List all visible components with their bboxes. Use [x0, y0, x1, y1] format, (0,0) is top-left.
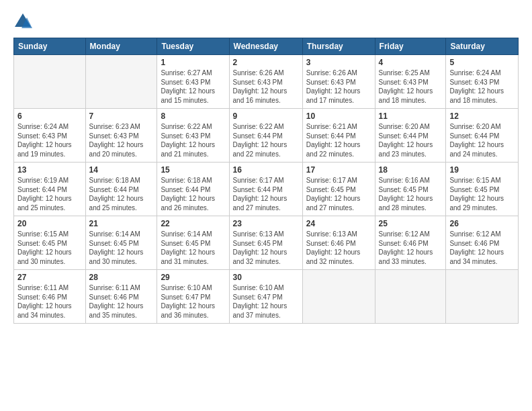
- day-number: 25: [379, 219, 443, 228]
- calendar-header-row: SundayMondayTuesdayWednesdayThursdayFrid…: [14, 38, 519, 55]
- day-number: 30: [233, 273, 299, 282]
- day-number: 13: [17, 165, 82, 175]
- calendar-cell: 20Sunrise: 6:15 AM Sunset: 6:45 PM Dayli…: [14, 216, 86, 270]
- calendar-header-cell: Thursday: [302, 38, 375, 55]
- day-number: 10: [306, 111, 371, 121]
- day-info: Sunrise: 6:15 AM Sunset: 6:45 PM Dayligh…: [17, 230, 82, 266]
- day-info: Sunrise: 6:10 AM Sunset: 6:47 PM Dayligh…: [161, 283, 225, 320]
- day-info: Sunrise: 6:14 AM Sunset: 6:45 PM Dayligh…: [89, 230, 154, 266]
- day-info: Sunrise: 6:11 AM Sunset: 6:46 PM Dayligh…: [17, 283, 82, 320]
- day-info: Sunrise: 6:21 AM Sunset: 6:44 PM Dayligh…: [306, 122, 371, 158]
- calendar-cell: 3Sunrise: 6:26 AM Sunset: 6:43 PM Daylig…: [302, 55, 375, 109]
- calendar-cell: 14Sunrise: 6:18 AM Sunset: 6:44 PM Dayli…: [85, 163, 157, 216]
- day-info: Sunrise: 6:27 AM Sunset: 6:43 PM Dayligh…: [161, 68, 225, 105]
- day-number: 16: [233, 165, 299, 175]
- day-number: 27: [17, 273, 82, 282]
- header: [13, 12, 519, 31]
- day-info: Sunrise: 6:26 AM Sunset: 6:43 PM Dayligh…: [306, 68, 371, 105]
- calendar-week-row: 27Sunrise: 6:11 AM Sunset: 6:46 PM Dayli…: [14, 270, 519, 324]
- calendar-cell: 30Sunrise: 6:10 AM Sunset: 6:47 PM Dayli…: [229, 270, 302, 324]
- calendar-cell: 21Sunrise: 6:14 AM Sunset: 6:45 PM Dayli…: [85, 216, 157, 270]
- day-number: 24: [306, 219, 371, 228]
- calendar-cell: 6Sunrise: 6:24 AM Sunset: 6:43 PM Daylig…: [14, 109, 86, 163]
- calendar-cell: 29Sunrise: 6:10 AM Sunset: 6:47 PM Dayli…: [157, 270, 229, 324]
- day-number: 20: [17, 219, 82, 228]
- day-info: Sunrise: 6:24 AM Sunset: 6:43 PM Dayligh…: [449, 68, 515, 105]
- calendar-header-cell: Wednesday: [229, 38, 302, 55]
- day-number: 17: [306, 165, 371, 175]
- day-info: Sunrise: 6:20 AM Sunset: 6:44 PM Dayligh…: [449, 122, 515, 158]
- calendar-cell: [302, 270, 375, 324]
- day-info: Sunrise: 6:25 AM Sunset: 6:43 PM Dayligh…: [379, 68, 443, 105]
- calendar-cell: 15Sunrise: 6:18 AM Sunset: 6:44 PM Dayli…: [157, 163, 229, 216]
- day-info: Sunrise: 6:26 AM Sunset: 6:43 PM Dayligh…: [233, 68, 299, 105]
- calendar-cell: 19Sunrise: 6:15 AM Sunset: 6:45 PM Dayli…: [446, 163, 519, 216]
- day-info: Sunrise: 6:10 AM Sunset: 6:47 PM Dayligh…: [233, 283, 299, 320]
- calendar-cell: 27Sunrise: 6:11 AM Sunset: 6:46 PM Dayli…: [14, 270, 86, 324]
- calendar-cell: 1Sunrise: 6:27 AM Sunset: 6:43 PM Daylig…: [157, 55, 229, 109]
- calendar-cell: 18Sunrise: 6:16 AM Sunset: 6:45 PM Dayli…: [375, 163, 446, 216]
- day-info: Sunrise: 6:20 AM Sunset: 6:44 PM Dayligh…: [379, 122, 443, 158]
- day-info: Sunrise: 6:11 AM Sunset: 6:46 PM Dayligh…: [89, 283, 154, 320]
- calendar-cell: 10Sunrise: 6:21 AM Sunset: 6:44 PM Dayli…: [302, 109, 375, 163]
- calendar-cell: 13Sunrise: 6:19 AM Sunset: 6:44 PM Dayli…: [14, 163, 86, 216]
- calendar-cell: [85, 55, 157, 109]
- day-info: Sunrise: 6:22 AM Sunset: 6:43 PM Dayligh…: [161, 122, 225, 158]
- day-number: 21: [89, 219, 154, 228]
- day-info: Sunrise: 6:16 AM Sunset: 6:45 PM Dayligh…: [379, 176, 443, 212]
- calendar-cell: [375, 270, 446, 324]
- calendar-header-cell: Monday: [85, 38, 157, 55]
- day-info: Sunrise: 6:12 AM Sunset: 6:46 PM Dayligh…: [379, 230, 443, 266]
- calendar-week-row: 6Sunrise: 6:24 AM Sunset: 6:43 PM Daylig…: [14, 109, 519, 163]
- day-info: Sunrise: 6:13 AM Sunset: 6:45 PM Dayligh…: [233, 230, 299, 266]
- day-info: Sunrise: 6:23 AM Sunset: 6:43 PM Dayligh…: [89, 122, 154, 158]
- calendar-week-row: 20Sunrise: 6:15 AM Sunset: 6:45 PM Dayli…: [14, 216, 519, 270]
- day-info: Sunrise: 6:22 AM Sunset: 6:44 PM Dayligh…: [233, 122, 299, 158]
- day-info: Sunrise: 6:24 AM Sunset: 6:43 PM Dayligh…: [17, 122, 82, 158]
- day-number: 4: [379, 58, 443, 67]
- day-number: 2: [233, 58, 299, 67]
- calendar-header-cell: Sunday: [14, 38, 86, 55]
- calendar-header-cell: Friday: [375, 38, 446, 55]
- logo: [13, 12, 35, 31]
- calendar-cell: 4Sunrise: 6:25 AM Sunset: 6:43 PM Daylig…: [375, 55, 446, 109]
- calendar-cell: 11Sunrise: 6:20 AM Sunset: 6:44 PM Dayli…: [375, 109, 446, 163]
- day-number: 19: [449, 165, 515, 175]
- calendar-cell: 8Sunrise: 6:22 AM Sunset: 6:43 PM Daylig…: [157, 109, 229, 163]
- day-info: Sunrise: 6:19 AM Sunset: 6:44 PM Dayligh…: [17, 176, 82, 212]
- day-info: Sunrise: 6:18 AM Sunset: 6:44 PM Dayligh…: [89, 176, 154, 212]
- calendar-cell: 16Sunrise: 6:17 AM Sunset: 6:44 PM Dayli…: [229, 163, 302, 216]
- day-number: 29: [161, 273, 225, 282]
- calendar-cell: 22Sunrise: 6:14 AM Sunset: 6:45 PM Dayli…: [157, 216, 229, 270]
- calendar-cell: 17Sunrise: 6:17 AM Sunset: 6:45 PM Dayli…: [302, 163, 375, 216]
- calendar-cell: 24Sunrise: 6:13 AM Sunset: 6:46 PM Dayli…: [302, 216, 375, 270]
- day-number: 26: [449, 219, 515, 228]
- logo-icon: [13, 12, 32, 31]
- day-info: Sunrise: 6:14 AM Sunset: 6:45 PM Dayligh…: [161, 230, 225, 266]
- calendar-table: SundayMondayTuesdayWednesdayThursdayFrid…: [13, 38, 519, 324]
- page: SundayMondayTuesdayWednesdayThursdayFrid…: [0, 0, 532, 411]
- day-number: 7: [89, 111, 154, 121]
- day-number: 22: [161, 219, 225, 228]
- day-number: 11: [379, 111, 443, 121]
- day-number: 6: [17, 111, 82, 121]
- day-number: 3: [306, 58, 371, 67]
- day-number: 5: [449, 58, 515, 67]
- calendar-week-row: 1Sunrise: 6:27 AM Sunset: 6:43 PM Daylig…: [14, 55, 519, 109]
- day-info: Sunrise: 6:17 AM Sunset: 6:44 PM Dayligh…: [233, 176, 299, 212]
- calendar-cell: 28Sunrise: 6:11 AM Sunset: 6:46 PM Dayli…: [85, 270, 157, 324]
- day-info: Sunrise: 6:12 AM Sunset: 6:46 PM Dayligh…: [449, 230, 515, 266]
- calendar-header-cell: Saturday: [446, 38, 519, 55]
- day-number: 18: [379, 165, 443, 175]
- calendar-header-cell: Tuesday: [157, 38, 229, 55]
- day-number: 14: [89, 165, 154, 175]
- day-info: Sunrise: 6:13 AM Sunset: 6:46 PM Dayligh…: [306, 230, 371, 266]
- day-number: 9: [233, 111, 299, 121]
- calendar-cell: 23Sunrise: 6:13 AM Sunset: 6:45 PM Dayli…: [229, 216, 302, 270]
- calendar-week-row: 13Sunrise: 6:19 AM Sunset: 6:44 PM Dayli…: [14, 163, 519, 216]
- day-number: 15: [161, 165, 225, 175]
- day-number: 8: [161, 111, 225, 121]
- calendar-cell: 26Sunrise: 6:12 AM Sunset: 6:46 PM Dayli…: [446, 216, 519, 270]
- day-number: 23: [233, 219, 299, 228]
- calendar-cell: 5Sunrise: 6:24 AM Sunset: 6:43 PM Daylig…: [446, 55, 519, 109]
